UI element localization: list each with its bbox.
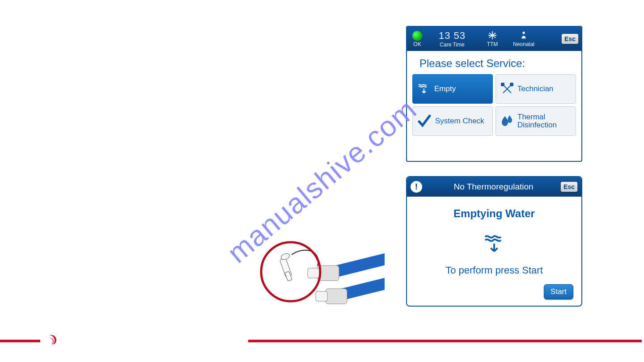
svg-rect-5 <box>326 289 347 304</box>
neonatal-label: Neonatal <box>513 41 534 47</box>
svg-point-0 <box>522 32 525 34</box>
service-tiles: Empty Technician System Check Thermal Di… <box>407 74 581 136</box>
service-title: Please select Service: <box>407 51 581 74</box>
emptying-header-title: No Thermoregulation <box>427 182 560 192</box>
care-time-value: 13 53 <box>439 30 466 42</box>
tile-thermal-disinfection[interactable]: Thermal Disinfection <box>496 106 576 136</box>
tile-empty[interactable]: Empty <box>412 74 493 104</box>
brand-logo-icon <box>47 334 60 348</box>
tile-thermal-label: Thermal Disinfection <box>517 113 557 129</box>
svg-rect-1 <box>501 83 504 86</box>
status-label: OK <box>413 41 421 47</box>
tools-icon <box>500 82 514 96</box>
emptying-icon <box>483 232 505 257</box>
status-indicator: OK <box>407 31 428 47</box>
snowflake-icon <box>487 30 497 40</box>
connector-illustration <box>250 237 385 326</box>
status-dot-icon <box>412 31 422 41</box>
svg-rect-4 <box>308 268 319 278</box>
esc-button[interactable]: Esc <box>561 34 579 44</box>
neonatal-block: Neonatal <box>508 30 539 47</box>
ttm-label: TTM <box>487 41 498 47</box>
check-icon <box>417 114 432 128</box>
tile-empty-label: Empty <box>434 85 456 93</box>
esc-button-2[interactable]: Esc <box>560 181 578 192</box>
start-button[interactable]: Start <box>544 284 573 299</box>
device-header: OK 13 53 Care Time TTM Neonatal Esc <box>407 27 581 51</box>
tile-system-check[interactable]: System Check <box>412 106 493 136</box>
care-time-label: Care Time <box>440 42 464 48</box>
service-select-panel: OK 13 53 Care Time TTM Neonatal Esc Plea… <box>406 26 582 162</box>
ttm-block: TTM <box>477 30 508 47</box>
care-time-block: 13 53 Care Time <box>428 30 477 48</box>
svg-rect-6 <box>316 291 327 301</box>
emptying-title: Emptying Water <box>407 207 581 220</box>
svg-rect-2 <box>510 83 513 86</box>
empty-water-icon <box>417 82 431 96</box>
emptying-message: To perform press Start <box>407 265 581 276</box>
leaf-drop-icon <box>500 114 514 128</box>
emptying-panel: ! No Thermoregulation Esc Emptying Water… <box>406 176 582 307</box>
neonatal-icon <box>519 30 529 40</box>
tile-technician[interactable]: Technician <box>496 74 576 104</box>
divider-left <box>0 340 40 342</box>
tile-system-check-label: System Check <box>435 117 484 125</box>
emptying-body: Emptying Water To perform press Start <box>407 197 581 276</box>
tile-technician-label: Technician <box>517 85 553 93</box>
alert-icon: ! <box>411 181 422 193</box>
divider-right <box>248 340 642 342</box>
emptying-header: ! No Thermoregulation Esc <box>407 177 581 197</box>
